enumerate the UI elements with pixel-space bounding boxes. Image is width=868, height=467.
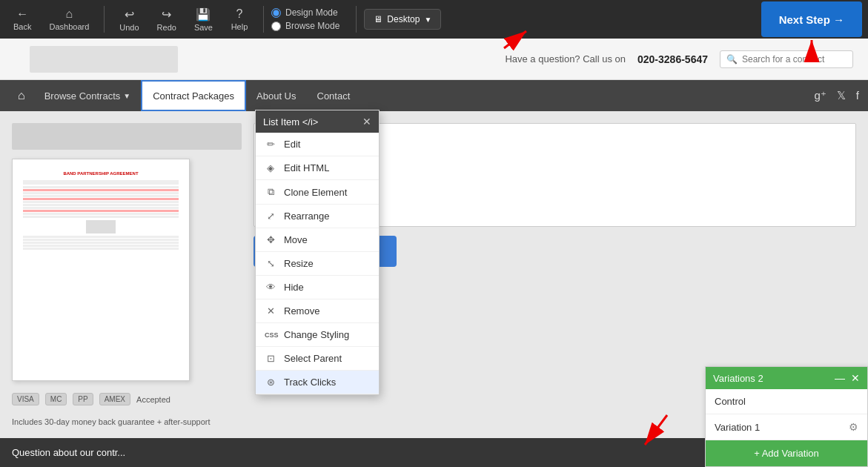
nav-contract-packages[interactable]: Contract Packages <box>141 80 246 111</box>
undo-button[interactable]: ↩ Undo <box>112 4 146 35</box>
context-menu: List Item </i> ✕ ✏ Edit ◈ Edit HTML ⧉ Cl… <box>255 110 380 395</box>
menu-item-move[interactable]: ✥ Move <box>256 228 379 252</box>
dashboard-icon: ⌂ <box>66 7 73 21</box>
track-clicks-icon: ⊛ <box>265 377 276 388</box>
mode-group: Design Mode Browse Mode <box>271 7 339 31</box>
pp-badge: PP <box>73 393 93 405</box>
toolbar: ← Back ⌂ Dashboard ↩ Undo ↪ Redo 💾 Save … <box>0 0 868 39</box>
variations-panel: Variations 2 — ✕ Control Variation 1 ⚙ +… <box>705 366 868 467</box>
dashboard-button[interactable]: ⌂ Dashboard <box>42 4 96 34</box>
placeholder-bar <box>12 123 242 150</box>
search-input[interactable] <box>742 54 847 64</box>
google-plus-icon[interactable]: g⁺ <box>814 89 826 102</box>
menu-item-track-clicks[interactable]: ⊛ Track Clicks <box>256 371 379 394</box>
edit-html-icon: ◈ <box>265 162 276 173</box>
guarantee-text: Includes 30-day money back guarantee + a… <box>12 417 242 426</box>
social-links: g⁺ 𝕏 f <box>814 89 859 102</box>
facebook-icon[interactable]: f <box>856 89 859 102</box>
remove-icon: ✕ <box>265 305 276 317</box>
help-icon: ? <box>236 7 243 21</box>
payment-row: VISA MC PP AMEX Accepted <box>12 393 242 405</box>
gear-icon[interactable]: ⚙ <box>849 421 858 433</box>
phone-number: 020-3286-5647 <box>637 53 708 65</box>
variation-control[interactable]: Control <box>706 389 867 414</box>
back-icon: ← <box>16 7 28 21</box>
design-mode-radio[interactable] <box>271 8 281 18</box>
variations-title: Variations 2 <box>713 373 763 384</box>
menu-item-rearrange[interactable]: ⤢ Rearrange <box>256 205 379 228</box>
nav-contact[interactable]: Contact <box>307 80 361 111</box>
question-text: Question about our contr... <box>12 447 125 458</box>
browse-mode-radio[interactable] <box>271 21 281 31</box>
menu-item-change-styling[interactable]: CSS Change Styling <box>256 323 379 347</box>
minimize-icon[interactable]: — <box>835 372 845 384</box>
menu-item-resize[interactable]: ⤡ Resize <box>256 252 379 276</box>
doc-preview: BAND PARTNERSHIP AGREEMENT <box>12 159 190 381</box>
clone-icon: ⧉ <box>265 186 276 198</box>
search-bar[interactable]: 🔍 <box>720 50 853 68</box>
menu-item-edit[interactable]: ✏ Edit <box>256 133 379 156</box>
close-icon[interactable]: ✕ <box>851 372 860 384</box>
css-icon: CSS <box>265 331 276 339</box>
undo-icon: ↩ <box>125 7 134 21</box>
call-text: Have a question? Call us on <box>505 53 626 64</box>
select-parent-icon: ⊡ <box>265 353 276 364</box>
logo <box>30 46 178 73</box>
separator3 <box>356 6 357 33</box>
save-button[interactable]: 💾 Save <box>187 4 220 35</box>
variations-controls: — ✕ <box>835 372 860 384</box>
add-variation-button[interactable]: + Add Variation <box>706 440 867 466</box>
twitter-icon[interactable]: 𝕏 <box>837 89 846 102</box>
browse-mode-option[interactable]: Browse Mode <box>271 21 339 31</box>
hide-icon: 👁 <box>265 282 276 293</box>
site-nav: ⌂ Browse Contracts ▼ Contract Packages A… <box>0 80 868 111</box>
left-panel: BAND PARTNERSHIP AGREEMENT <box>12 123 242 455</box>
save-icon: 💾 <box>196 7 211 21</box>
move-icon: ✥ <box>265 234 276 245</box>
menu-item-edit-html[interactable]: ◈ Edit HTML <box>256 156 379 180</box>
menu-item-select-parent[interactable]: ⊡ Select Parent <box>256 347 379 371</box>
nav-browse-contracts[interactable]: Browse Contracts ▼ <box>34 80 142 111</box>
resize-icon: ⤡ <box>265 258 276 269</box>
amex-badge: AMEX <box>99 393 130 405</box>
context-menu-close[interactable]: ✕ <box>362 116 371 127</box>
redo-button[interactable]: ↪ Redo <box>150 4 184 35</box>
context-menu-title: List Item </i> <box>263 116 318 127</box>
device-selector[interactable]: 🖥 Desktop ▼ <box>364 9 441 30</box>
design-mode-option[interactable]: Design Mode <box>271 7 339 18</box>
chevron-down-icon: ▼ <box>424 16 431 24</box>
desktop-icon: 🖥 <box>374 14 382 24</box>
variations-header: Variations 2 — ✕ <box>706 367 867 389</box>
question-bar: Question about our contr... <box>0 438 705 467</box>
context-menu-header: List Item </i> ✕ <box>256 110 379 133</box>
rearrange-icon: ⤢ <box>265 211 276 222</box>
search-icon: 🔍 <box>726 54 738 64</box>
next-step-button[interactable]: Next Step → <box>761 1 862 37</box>
menu-item-hide[interactable]: 👁 Hide <box>256 276 379 299</box>
menu-item-clone[interactable]: ⧉ Clone Element <box>256 180 379 205</box>
doc-inner: BAND PARTNERSHIP AGREEMENT <box>17 165 185 374</box>
accepted-text: Accepted <box>136 395 170 404</box>
chevron-down-icon: ▼ <box>123 92 130 100</box>
nav-about-us[interactable]: About Us <box>246 80 306 111</box>
back-button[interactable]: ← Back <box>6 4 39 34</box>
doc-title: BAND PARTNERSHIP AGREEMENT <box>23 170 179 176</box>
variation-1[interactable]: Variation 1 ⚙ <box>706 414 867 440</box>
nav-home-icon[interactable]: ⌂ <box>9 89 34 102</box>
site-header: Have a question? Call us on 020-3286-564… <box>0 39 868 80</box>
separator <box>104 6 105 33</box>
help-button[interactable]: ? Help <box>223 4 256 34</box>
mc-badge: MC <box>45 393 67 405</box>
redo-icon: ↪ <box>162 7 171 21</box>
edit-icon: ✏ <box>265 139 276 150</box>
menu-item-remove[interactable]: ✕ Remove <box>256 299 379 323</box>
visa-badge: VISA <box>12 393 39 405</box>
separator2 <box>263 6 264 33</box>
